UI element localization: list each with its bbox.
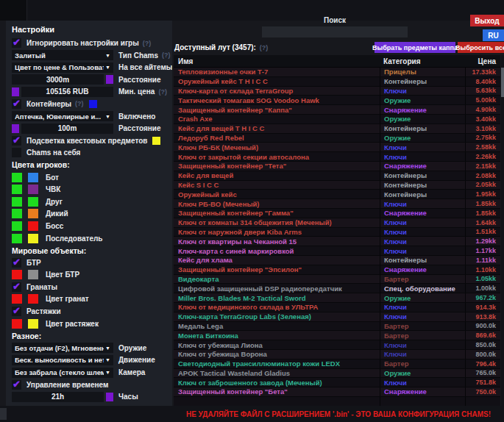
checkbox-quest-items-highlight[interactable] [12,136,21,146]
color-swatch-bot-2[interactable] [28,173,38,182]
dropdown-movement-mods[interactable]: Беск. выносливость и нет уста▼ [12,355,113,365]
color-swatch-quest-items-highlight[interactable] [152,137,160,145]
color-swatch-min-price[interactable] [12,87,19,96]
loot-row[interactable]: Ключ от медицинского склада в УЛЬТРАКлюч… [174,303,500,312]
loot-row[interactable]: Защищенный контейнер "Каппа"Снаряжение4.… [174,105,500,115]
help-icon[interactable]: (?) [143,40,152,47]
loot-row[interactable]: Ключ РБ-БК (Меченый)Ключи2.58kk [174,143,500,152]
column-header-category[interactable]: Категория [380,57,465,65]
loot-row[interactable]: Тактический томагавк SOG Voodoo HawkОруж… [174,96,500,105]
loot-item-category: Оружие [380,115,465,124]
help-icon[interactable]: (?) [75,100,84,107]
color-swatch-btr-color-1[interactable] [12,270,22,279]
loot-row[interactable]: APOK Tactical Wasteland GladiusОружие765… [174,369,500,379]
checkbox-grenades[interactable] [12,282,21,292]
loot-row[interactable] [174,397,500,406]
color-swatch-follower-2[interactable] [28,234,38,243]
checkbox-tripwires[interactable] [12,307,21,316]
loot-row[interactable]: Ключ от убежища ЛионаКлючи850.0k [174,340,500,350]
column-header-name[interactable]: Имя [174,57,380,65]
bottom-left-tab[interactable] [0,408,7,420]
dropdown-camera-mods[interactable]: Без забрала (стекло шлема)▼ [12,368,113,378]
color-swatch-hours[interactable] [106,393,113,401]
loot-row[interactable]: Ледоруб Red RebelОружие2.75kk [174,134,500,143]
loot-item-price: 765.0k [465,369,500,378]
color-swatch-pmc-2[interactable] [28,185,38,194]
loot-row[interactable]: Ключ от наружной двери Kiba ArmsКлючи1.5… [174,228,500,237]
checkbox-btr[interactable] [12,258,21,268]
color-swatch-boss-1[interactable] [12,221,22,231]
loot-row[interactable]: Ключ от убежища ВоронаКлючи800.0k [174,350,500,360]
color-swatch-follower-1[interactable] [12,234,22,243]
loot-row[interactable]: Crash AxeОружие3.40kk [174,115,500,124]
exit-button[interactable]: Выход [470,15,504,26]
loot-row[interactable]: Ключ-карта с синей маркировкойКлючи1.17k… [174,246,500,256]
language-button[interactable]: RU [483,29,504,41]
search-input[interactable] [262,26,408,37]
loot-row[interactable]: Кейс для вещей T H I C CКонтейнеры3.10kk [174,124,500,134]
dump-all-button[interactable]: Выбросить все [458,42,504,53]
input-min-price[interactable]: 105156 RUB [21,87,113,97]
scrollbar-thumb[interactable] [501,68,504,97]
color-swatch-scav-1[interactable] [12,209,22,218]
loot-item-name: Ключ от квартиры на Чеканной 15 [174,237,380,246]
color-swatch-boss-2[interactable] [28,221,38,231]
loot-row[interactable]: Защищенный контейнер "Гамма"Снаряжение1.… [174,209,500,218]
loot-row[interactable]: Монета БиткоинаБартер869.6k [174,331,500,340]
loot-row[interactable]: Защищенный контейнер "Эпсилон"Снаряжение… [174,265,500,275]
color-swatch-friend-2[interactable] [28,197,38,207]
color-swatch-friend-1[interactable] [12,197,22,207]
loot-row[interactable]: Кейс S I C CКонтейнеры2.05kk [174,181,500,190]
loot-row[interactable]: Ключ от квартиры на Чеканной 15Ключи1.29… [174,237,500,246]
input-hours[interactable]: 21h [12,392,104,402]
dropdown-containers-filter[interactable]: Аптечка, Ювелирные и...▼ [12,111,113,121]
loot-row[interactable]: Оружейный кейсКонтейнеры1.95kk [174,190,500,199]
input-items-distance[interactable]: 3000m [12,74,104,85]
loot-row[interactable]: Защищенный контейнер "Бета"Снаряжение750… [174,387,500,397]
color-swatch-containers[interactable] [89,100,97,108]
loot-row[interactable]: Кейс для хламаКонтейнеры1.11kk [174,256,500,265]
color-swatch-tripwire-color-1[interactable] [12,319,22,329]
color-swatch-items-distance[interactable] [106,75,113,84]
loot-row[interactable]: Тепловизионные очки Т-7Прицелы17.33kk [174,68,500,77]
checkbox-time-control[interactable] [12,380,21,390]
top-left-tab[interactable] [0,0,27,21]
loot-row[interactable]: Ключ от заброшенного завода (Меченый)Клю… [174,378,500,387]
loot-row[interactable]: Ключ от закрытой секции автосалонаКлючи2… [174,152,500,162]
dropdown-all-items-color[interactable]: Цвет по цене & Пользователь▼ [12,62,113,73]
loot-row[interactable]: Светодиодный трансиллюминатор кожи LEDXБ… [174,360,500,369]
checkbox-chams-self[interactable] [12,148,21,157]
select-kappa-items-button[interactable]: Выбрать предметы каппа [375,42,455,53]
loot-row[interactable]: Miller Bros. Blades M-2 Tactical SwordОр… [174,293,500,303]
color-swatch-grenade-color-1[interactable] [12,294,22,304]
dropdown-weapon-mods[interactable]: Без отдачи (F2), Мгновенное п▼ [12,343,113,353]
table-scrollbar[interactable] [501,55,504,406]
help-icon[interactable]: (?) [260,44,269,51]
checkbox-containers[interactable] [12,99,21,109]
color-pair-label: Цвет БТР [46,271,79,279]
help-icon[interactable]: (?) [162,51,171,59]
input-containers-distance[interactable]: 100m [21,124,113,134]
loot-item-price: 1.85kk [465,209,500,218]
column-header-price[interactable]: Цена [465,57,500,65]
loot-row[interactable]: Оружейный кейс T H I C CКонтейнеры8.40kk [174,77,500,87]
color-swatch-scav-2[interactable] [28,209,38,218]
loot-row[interactable]: Ключ РБ-ВО (Меченый)Ключи1.85kk [174,199,500,209]
loot-row[interactable]: Медаль LegaБартер900.0k [174,322,500,332]
help-icon[interactable]: (?) [158,88,167,96]
color-swatch-grenade-color-2[interactable] [28,294,38,304]
checkbox-ignore-game-settings[interactable] [12,38,21,48]
color-swatch-btr-color-2[interactable] [28,270,38,279]
loot-row[interactable]: Защищенный контейнер "Тета"Снаряжение2.1… [174,162,500,171]
loot-row[interactable]: Кейс для вещейКонтейнеры2.08kk [174,171,500,181]
loot-row[interactable]: Ключ-карта от склада TerraGroupКлючи5.63… [174,87,500,96]
loot-row[interactable]: ВидеокартаБартер1.05kk [174,275,500,285]
loot-row[interactable]: Цифровой защищенный DSP радиопередатчикС… [174,284,500,293]
loot-row[interactable]: Ключ от комнаты 314 общежития (Меченый)К… [174,218,500,228]
color-swatch-bot-1[interactable] [12,173,22,182]
loot-row[interactable]: Ключ-карта TerraGroup Labs (Зеленая)Ключ… [174,312,500,322]
color-swatch-pmc-1[interactable] [12,185,22,194]
color-swatch-tripwire-color-2[interactable] [28,319,38,329]
dropdown-chams-type[interactable]: Залитый▼ [12,50,113,60]
color-swatch-containers-distance[interactable] [12,124,19,133]
